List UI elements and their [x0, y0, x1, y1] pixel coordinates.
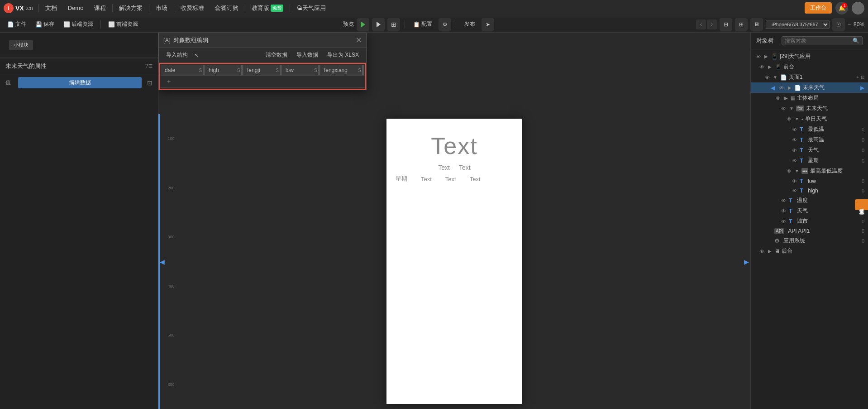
export-xlsx-button[interactable]: 导出为 XLSX [324, 50, 362, 60]
arrow-icon-app[interactable]: ▶ [763, 54, 769, 59]
eye-icon-max-min[interactable]: 👁 [785, 168, 792, 174]
tree-item-weather2[interactable]: 👁 T 天气 0 [751, 206, 868, 216]
split-button[interactable]: ⊞ [735, 18, 748, 31]
eye-icon-backend[interactable]: 👁 [758, 249, 765, 254]
nav-education[interactable]: 教育版 免费 [247, 0, 288, 16]
save-button[interactable]: 💾 保存 [32, 16, 58, 33]
tree-item-temp[interactable]: 👁 T 温度 0 [751, 195, 868, 206]
eye-icon-city[interactable]: 👁 [780, 219, 787, 224]
right-arrow-indicator[interactable]: ▶ [744, 258, 749, 265]
file-button[interactable]: 📄 文件 [4, 16, 30, 33]
left-arrow-indicator[interactable]: ◀ [160, 258, 165, 265]
arrow-icon-main[interactable]: ▶ [783, 96, 789, 101]
eye-icon-weather2[interactable]: 👁 [780, 208, 787, 214]
left-arrow-icon[interactable]: ◀ [769, 85, 776, 91]
nav-market[interactable]: 市场 [151, 0, 172, 16]
eye-icon-weilai[interactable]: 👁 [778, 85, 785, 91]
nav-solution[interactable]: 解决方案 [114, 0, 147, 16]
copy-value-icon[interactable]: ⊡ [147, 79, 153, 87]
feedback-tab[interactable]: 意见反馈 [855, 199, 868, 210]
nav-forward-button[interactable]: › [707, 19, 717, 29]
nav-demo[interactable]: Demo [63, 0, 88, 16]
eye-icon-daily[interactable]: 👁 [785, 116, 792, 122]
tree-item-max-min[interactable]: 👁 ▼ ▪▪▪ 最高最低温度 [751, 166, 868, 176]
eye-icon-low[interactable]: 👁 [791, 178, 798, 184]
modal-close-button[interactable]: ✕ [356, 36, 362, 44]
menu-icon[interactable]: ≡ [148, 62, 153, 70]
tree-item-app[interactable]: 👁 ▶ 📱 [29]天气应用 [751, 51, 868, 62]
logo[interactable]: i VX .cn [4, 3, 33, 13]
tree-item-low[interactable]: 👁 T low 0 [751, 176, 868, 186]
tree-item-front[interactable]: 👁 ▶ 📱 前台 [751, 62, 868, 72]
publish-button[interactable]: 发布 [461, 16, 479, 33]
frontend-resource-button[interactable]: ⬜ 前端资源 [105, 16, 142, 33]
nav-pricing[interactable]: 收费标准 [176, 0, 209, 16]
tree-item-high[interactable]: 👁 T high 0 [751, 186, 868, 195]
arrow-icon-front[interactable]: ▶ [767, 64, 773, 69]
tree-item-app-system[interactable]: ⚙ 应用系统 0 [751, 236, 868, 246]
eye-icon-future[interactable]: 👁 [780, 106, 787, 111]
mini-module-button[interactable]: 小模块 [9, 40, 33, 50]
col-high-resize[interactable] [241, 65, 243, 75]
col-fengxiang-resize[interactable] [362, 65, 364, 75]
arrow-icon-future[interactable]: ▼ [789, 106, 794, 111]
tree-item-weilai[interactable]: ◀ 👁 ▶ 📄 未来天气 ▶ [751, 82, 868, 93]
clear-data-button[interactable]: 清空数据 [263, 50, 290, 60]
add-row-button[interactable]: ＋ [161, 76, 364, 87]
right-arrow-icon[interactable]: ▶ [860, 85, 864, 91]
sliders-button[interactable]: ⚙ [439, 18, 451, 31]
arrow-icon-max-min[interactable]: ▼ [794, 168, 800, 173]
tree-item-daily[interactable]: 👁 ▼ ▪ 单日天气 [751, 114, 868, 124]
tree-item-city[interactable]: 👁 T 城市 0 [751, 216, 868, 226]
search-box[interactable]: 🔍 [782, 36, 863, 45]
tree-item-high-temp[interactable]: 👁 T 最高温 0 [751, 135, 868, 145]
eye-icon-weekday[interactable]: 👁 [791, 158, 798, 164]
search-icon[interactable]: 🔍 [853, 38, 859, 44]
import-data-button[interactable]: 导入数据 [294, 50, 321, 60]
tree-item-low-temp[interactable]: 👁 T 最低温 0 [751, 124, 868, 135]
desktop-button[interactable]: 🖥 [750, 18, 763, 31]
send-button[interactable]: ➤ [482, 18, 494, 31]
backend-resource-button[interactable]: ⬜ 后端资源 [60, 16, 97, 33]
col-low-resize[interactable] [318, 65, 320, 75]
arrow-icon-backend[interactable]: ▶ [767, 249, 773, 254]
minus-zoom[interactable]: − [848, 21, 851, 28]
eye-icon-high-temp[interactable]: 👁 [791, 137, 798, 143]
eye-icon-low-temp[interactable]: 👁 [791, 127, 798, 132]
help-icon[interactable]: ? [145, 63, 148, 69]
nav-docs[interactable]: 文档 [41, 0, 62, 16]
nav-course[interactable]: 课程 [90, 0, 110, 16]
device-selector[interactable]: iPhone6/7/8 375*667 [766, 20, 830, 29]
page1-action1[interactable]: + [856, 75, 859, 80]
nav-weather-app[interactable]: 🌤 天气应用 [292, 0, 330, 16]
nav-back-button[interactable]: ‹ [696, 19, 706, 29]
eye-icon-high[interactable]: 👁 [791, 188, 798, 193]
eye-icon-page1[interactable]: 👁 [763, 75, 771, 80]
eye-icon-temp[interactable]: 👁 [780, 198, 787, 203]
play-outline-button[interactable] [372, 18, 385, 31]
import-structure-button[interactable]: 导入结构 [163, 50, 191, 60]
grid-button[interactable]: ⊞ [387, 18, 400, 31]
page1-action2[interactable]: ⊡ [861, 75, 864, 80]
col-fengji-resize[interactable] [280, 65, 281, 75]
copy-device-button[interactable]: ⊡ [832, 18, 845, 31]
config-button[interactable]: 📋 配置 [410, 16, 436, 33]
arrow-icon-page1[interactable]: ▼ [773, 75, 778, 80]
arrow-icon-daily[interactable]: ▼ [794, 116, 800, 121]
nav-bundle[interactable]: 套餐订购 [210, 0, 243, 16]
eye-icon-app[interactable]: 👁 [754, 54, 762, 59]
edit-data-button[interactable]: 编辑数据 [18, 77, 142, 88]
layout-toggle-button[interactable]: ⊟ [720, 18, 732, 31]
eye-icon-main[interactable]: 👁 [774, 96, 782, 101]
col-date-resize[interactable] [203, 65, 205, 75]
play-button[interactable] [357, 18, 369, 31]
workbench-button[interactable]: 工作台 [805, 2, 832, 14]
tree-item-backend[interactable]: 👁 ▶ 🖥 后台 [751, 246, 868, 256]
eye-icon-weather-sky[interactable]: 👁 [791, 148, 798, 153]
tree-item-main-layout[interactable]: 👁 ▶ ▦ 主体布局 [751, 93, 868, 103]
tree-item-api1[interactable]: API API API1 0 [751, 226, 868, 236]
eye-icon-front[interactable]: 👁 [758, 64, 765, 70]
tree-item-future-weather[interactable]: 👁 ▼ for 未来天气 [751, 103, 868, 114]
tree-item-page1[interactable]: 👁 ▼ 📄 页面1 + ⊡ [751, 72, 868, 82]
bell-button[interactable]: 🔔 1 [835, 2, 848, 14]
